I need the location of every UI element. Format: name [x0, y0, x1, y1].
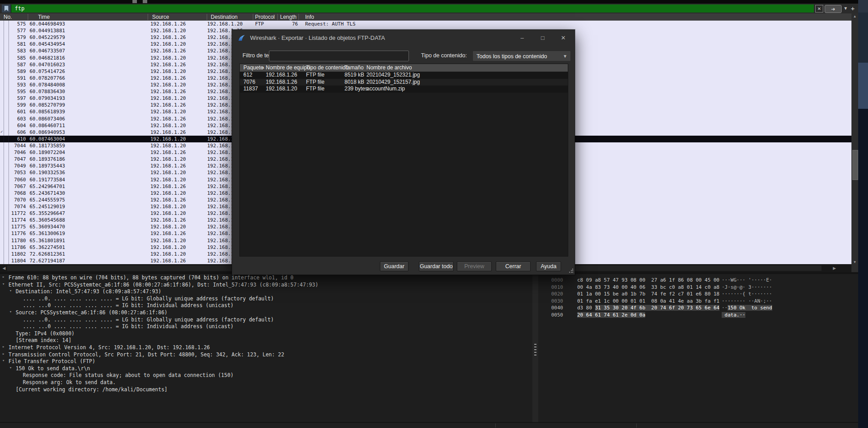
cerrar-button[interactable]: Cerrar — [496, 261, 531, 271]
object-row[interactable]: 7076192.168.1.26FTP file8018 kB20210429_… — [240, 79, 568, 86]
detail-line[interactable]: ▸Transmission Control Protocol, Src Port… — [0, 351, 532, 358]
expanded-icon[interactable]: ▾ — [9, 309, 12, 314]
guardar-button[interactable]: Guardar — [380, 261, 408, 271]
dialog-titlebar[interactable]: Wireshark · Exportar · Listado de objeto… — [232, 30, 574, 46]
column-separator[interactable] — [298, 14, 299, 20]
detail-line[interactable]: Response code: File status okay; about t… — [0, 372, 532, 379]
text-filter-input[interactable] — [269, 51, 409, 61]
collapsed-icon[interactable]: ▸ — [2, 344, 4, 349]
packet-bytes-pane: 0000c8 09 a8 57 47 93 08 00 27 a6 1f 86 … — [538, 274, 858, 422]
expanded-icon[interactable]: ▾ — [2, 282, 4, 286]
statusbar-separator — [495, 424, 496, 428]
objects-column-filename[interactable]: Nombre de archivo — [366, 64, 412, 71]
collapsed-icon[interactable]: ▸ — [2, 274, 4, 279]
object-row[interactable]: 11837192.168.1.20FTP file239 bytesaccoun… — [240, 86, 568, 93]
detail-line[interactable]: [Current working directory: /home/kali/D… — [0, 386, 532, 393]
hex-row[interactable]: 003001 fa e1 1c 00 00 01 01 08 0a 41 4e … — [538, 298, 858, 305]
packet-cell: 60.086940953 — [30, 129, 65, 135]
content-type-select[interactable]: Todos los tipos de contenido ▼ — [472, 51, 571, 61]
resize-grip-icon[interactable] — [569, 269, 573, 273]
detail-line[interactable]: ▾Destination: Intel_57:47:93 (c8:09:a8:5… — [0, 288, 532, 295]
detail-line[interactable]: .... ..0. .... .... .... .... = LG bit: … — [0, 295, 532, 302]
objects-column-content_type[interactable]: Tipo de contenido — [306, 64, 349, 71]
packet-cell: 192.168.1.20 — [150, 224, 186, 230]
detail-line[interactable]: ▸Frame 610: 88 bytes on wire (704 bits),… — [0, 274, 532, 281]
object-row[interactable]: 612192.168.1.26FTP file8519 kB20210429_1… — [240, 72, 568, 79]
column-separator[interactable] — [28, 14, 28, 20]
scroll-up-icon[interactable]: ▲ — [851, 13, 858, 20]
collapsed-icon[interactable]: ▸ — [2, 351, 4, 356]
column-separator[interactable] — [148, 14, 148, 20]
packet-cell: 192.168.1.20 — [150, 204, 186, 210]
object-cell-size: 239 bytes — [345, 86, 368, 92]
pane-splitter-vertical[interactable] — [532, 274, 538, 422]
hex-offset: 0030 — [551, 298, 563, 304]
detail-line[interactable]: ▾Source: PCSSystemtec_a6:1f:86 (08:00:27… — [0, 309, 532, 316]
packet-cell: 65.242964701 — [30, 184, 65, 189]
packet-cell: 60.086460711 — [30, 123, 65, 128]
detail-line[interactable]: ▾150 Ok to send data.\r\n — [0, 365, 532, 372]
packet-cell: 65.360934470 — [30, 224, 65, 230]
detail-line[interactable]: .... ...0 .... .... .... .... = IG bit: … — [0, 302, 532, 309]
column-header-info[interactable]: Info — [305, 14, 314, 20]
expanded-icon[interactable]: ▾ — [2, 358, 4, 363]
detail-text: Response code: File status okay; about t… — [23, 372, 234, 378]
hex-row[interactable]: 002001 1a 00 15 be a0 1b 7b 74 fe f2 c7 … — [538, 291, 858, 298]
packet-cell: 60.045229579 — [30, 34, 65, 40]
detail-line[interactable]: ▾File Transfer Protocol (FTP) — [0, 358, 532, 365]
column-header-time[interactable]: Time — [38, 14, 50, 20]
filter-apply-button[interactable]: ➔ — [825, 5, 842, 13]
objects-column-size[interactable]: Tamaño — [345, 64, 364, 71]
packet-cell: 192.168.1.20 — [150, 82, 186, 88]
detail-line[interactable]: ▸Internet Protocol Version 4, Src: 192.1… — [0, 344, 532, 351]
hex-row[interactable]: 001000 4a 83 73 40 00 40 06 33 bc c0 a8 … — [538, 284, 858, 291]
detail-line[interactable]: .... ..0. .... .... .... .... = LG bit: … — [0, 316, 532, 323]
detail-line[interactable]: [Stream index: 14] — [0, 337, 532, 344]
detail-text: File Transfer Protocol (FTP) — [9, 358, 95, 364]
expanded-icon[interactable]: ▾ — [9, 288, 12, 293]
objects-column-packet[interactable]: Paquete — [243, 64, 264, 71]
hex-row[interactable]: 0000c8 09 a8 57 47 93 08 00 27 a6 1f 86 … — [538, 277, 858, 284]
detail-line[interactable]: Type: IPv4 (0x0800) — [0, 330, 532, 337]
display-filter-input[interactable]: ftp — [2, 4, 814, 13]
hex-row[interactable]: 005020 64 61 74 61 2e 0d 0a data.·· — [538, 312, 858, 319]
objects-column-hostname[interactable]: Nombre de equipo — [266, 64, 310, 71]
column-separator[interactable] — [277, 14, 278, 20]
guardar-todo-button[interactable]: Guardar todo — [419, 261, 454, 271]
object-cell-filename: 20210429_152157.jpg — [366, 79, 420, 85]
packet-cell: 192.168.1.20 — [150, 136, 186, 142]
detail-line[interactable]: .... ...0 .... .... .... .... = IG bit: … — [0, 323, 532, 330]
column-header-dst[interactable]: Destination — [211, 14, 238, 20]
column-header-src[interactable]: Source — [152, 14, 169, 20]
column-header-no[interactable]: No. — [4, 14, 12, 20]
detail-line[interactable]: Response arg: Ok to send data. — [0, 379, 532, 386]
column-header-len[interactable]: Length — [280, 14, 297, 20]
vscrollbar-thumb[interactable] — [852, 150, 858, 180]
maximize-button[interactable]: □ — [536, 33, 549, 43]
column-separator[interactable] — [253, 14, 253, 20]
packet-list-vscrollbar[interactable]: ▲ ▼ — [851, 13, 858, 272]
packet-cell: 60.078484008 — [30, 82, 65, 88]
packet-cell: 60.044913881 — [30, 28, 65, 34]
detail-line[interactable]: ▾Ethernet II, Src: PCSSystemtec_a6:1f:86… — [0, 281, 532, 288]
scroll-down-icon[interactable]: ▼ — [851, 259, 858, 265]
ayuda-button[interactable]: Ayuda — [536, 261, 561, 271]
packet-cell: 192.168.1.26 — [150, 21, 186, 27]
packet-cell: 76 — [275, 21, 298, 27]
scroll-left-icon[interactable]: ◀ — [1, 265, 7, 271]
filter-dropdown-button[interactable]: ▼ — [843, 5, 848, 12]
filter-bookmark-button[interactable] — [2, 4, 11, 13]
bookmark-icon — [4, 6, 9, 11]
close-button[interactable]: ✕ — [557, 33, 570, 43]
expanded-icon[interactable]: ▾ — [9, 365, 12, 370]
column-header-proto[interactable]: Protocol — [255, 14, 275, 20]
packet-cell: 192.168.1.26 — [150, 163, 186, 169]
scroll-right-icon[interactable]: ▶ — [831, 265, 838, 271]
column-separator[interactable] — [207, 14, 207, 20]
hex-row[interactable]: 0040d3 80 31 35 30 20 4f 6b 20 74 6f 20 … — [538, 304, 858, 312]
packet-cell: 192.168.1.20 — [150, 238, 186, 244]
filter-add-button[interactable]: + — [850, 5, 856, 12]
minimize-button[interactable]: – — [516, 33, 528, 43]
filter-clear-button[interactable]: ✕ — [815, 5, 823, 13]
packet-row[interactable]: 57560.044698493192.168.1.26192.168.1.20F… — [0, 21, 851, 27]
